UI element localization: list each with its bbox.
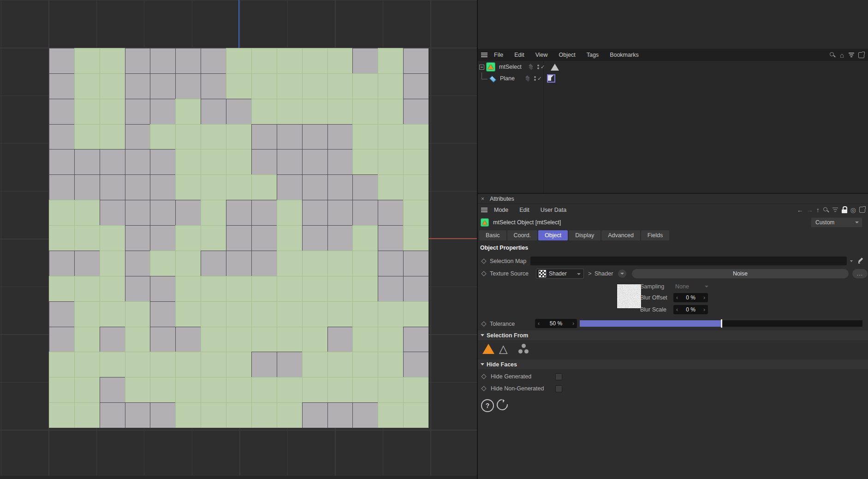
more-options-button[interactable]: ... [852,269,868,278]
plane-cell[interactable] [150,327,175,352]
plane-cell-selected[interactable] [302,377,327,402]
plane-cell-selected[interactable] [352,327,378,352]
plane-cell[interactable] [74,251,100,276]
plane-cell-selected[interactable] [201,301,226,327]
polygons-icon[interactable] [482,344,494,354]
lock-icon[interactable] [842,206,847,213]
plane-cell[interactable] [277,149,302,174]
plane-cell-selected[interactable] [175,124,201,150]
plane-cell[interactable] [201,251,226,276]
plane-cell-selected[interactable] [175,301,201,327]
plane-cell-selected[interactable] [150,377,175,402]
plane-cell-selected[interactable] [277,73,302,99]
plane-cell[interactable] [403,99,428,124]
hide-faces-header[interactable]: Hide Faces [478,359,868,369]
plane-cell-selected[interactable] [226,73,251,99]
plane-cell[interactable] [125,402,150,428]
plane-cell[interactable] [150,200,175,225]
spinner-increment[interactable]: › [701,306,708,313]
plane-cell-selected[interactable] [302,276,327,301]
plane-cell-selected[interactable] [251,377,277,402]
plane-cell[interactable] [327,200,353,225]
plane-cell[interactable] [302,402,327,428]
forward-arrow-icon[interactable]: → [807,207,813,213]
plane-cell-selected[interactable] [327,377,353,402]
plane-cell-selected[interactable] [352,124,378,150]
plane-cell[interactable] [150,225,175,251]
preset-dropdown[interactable]: Custom [811,217,862,228]
tolerance-spinner[interactable]: ‹ 50 % › [535,319,577,328]
om-menu-object[interactable]: Object [558,52,577,58]
plane-cell[interactable] [125,73,150,99]
plane-cell-selected[interactable] [277,48,302,73]
plane-cell[interactable] [175,48,201,73]
target-icon[interactable]: ◎ [850,207,856,213]
plane-cell[interactable] [403,327,428,352]
om-menu-view[interactable]: View [535,52,549,58]
plane-cell-selected[interactable] [201,225,226,251]
plane-cell[interactable] [226,99,251,124]
expander-icon[interactable] [479,65,484,70]
plane-cell-selected[interactable] [352,73,378,99]
plane-cell-selected[interactable] [251,73,277,99]
search-icon[interactable] [823,207,829,213]
plane-cell-selected[interactable] [175,276,201,301]
plane-cell[interactable] [49,327,74,352]
plane-cell[interactable] [201,73,226,99]
plane-cell-selected[interactable] [201,402,226,428]
plane-cell-selected[interactable] [277,402,302,428]
plane-cell-selected[interactable] [175,402,201,428]
plane-cell-selected[interactable] [352,301,378,327]
plane-cell-selected[interactable] [226,327,251,352]
plane-cell[interactable] [125,174,150,200]
plane-cell[interactable] [125,276,150,301]
selection-from-header[interactable]: Selection From [478,330,868,340]
plane-cell-selected[interactable] [100,48,125,73]
plane-cell-selected[interactable] [378,124,403,150]
tab-coord[interactable]: Coord. [507,230,538,240]
plane-cell[interactable] [201,48,226,73]
plane-cell[interactable] [251,149,277,174]
tab-basic[interactable]: Basic [479,230,506,240]
plane-cell[interactable] [277,124,302,150]
filter-icon[interactable] [848,53,854,57]
plane-cell-selected[interactable] [302,352,327,377]
plane-cell[interactable] [150,149,175,174]
spinner-increment[interactable]: › [701,294,708,301]
plane-cell[interactable] [49,48,74,73]
plane-polygon-grid[interactable] [49,48,429,428]
plane-cell-selected[interactable] [226,149,251,174]
plane-cell-selected[interactable] [49,377,74,402]
plane-cell-selected[interactable] [403,124,428,150]
plane-cell-selected[interactable] [74,377,100,402]
hide-non-generated-checkbox[interactable] [555,385,562,392]
plane-cell[interactable] [251,225,277,251]
plane-cell-selected[interactable] [74,276,100,301]
plane-cell[interactable] [352,174,378,200]
plane-cell-selected[interactable] [226,352,251,377]
plane-cell-selected[interactable] [327,48,353,73]
polygon-outline-icon[interactable]: △ [499,342,507,355]
plane-cell-selected[interactable] [277,225,302,251]
plane-cell[interactable] [403,251,428,276]
filter-icon[interactable] [832,208,838,212]
plane-cell-selected[interactable] [251,327,277,352]
plane-cell-selected[interactable] [201,276,226,301]
plane-cell-selected[interactable] [302,73,327,99]
plane-cell-selected[interactable] [251,99,277,124]
plane-cell-selected[interactable] [403,174,428,200]
plane-cell-selected[interactable] [327,352,353,377]
plane-cell[interactable] [277,352,302,377]
plane-cell[interactable] [49,124,74,150]
plane-cell-selected[interactable] [74,124,100,150]
home-icon[interactable]: ⌂ [840,52,844,59]
hide-generated-checkbox[interactable] [555,373,562,380]
plane-cell[interactable] [226,225,251,251]
plane-cell-selected[interactable] [74,48,100,73]
up-arrow-icon[interactable]: ↑ [816,207,820,213]
plane-cell-selected[interactable] [277,327,302,352]
attr-menu-edit[interactable]: Edit [518,207,530,213]
blur-offset-spinner[interactable]: ‹ 0 % › [673,293,708,302]
visibility-dots-icon[interactable] [537,65,539,69]
plane-cell-selected[interactable] [277,377,302,402]
